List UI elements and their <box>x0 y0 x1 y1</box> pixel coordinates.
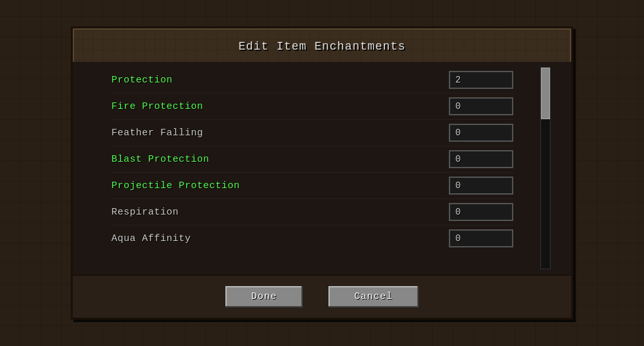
enchant-input-protection[interactable] <box>449 71 513 89</box>
enchant-label-feather-falling: Feather Falling <box>111 128 449 139</box>
enchant-input-projectile-protection[interactable] <box>449 177 513 195</box>
enchantment-row: Projectile Protection <box>111 173 513 199</box>
dialog-footer: Done Cancel <box>73 274 571 318</box>
enchantment-row: Aqua Affinity <box>111 226 513 251</box>
enchant-label-projectile-protection: Projectile Protection <box>111 180 449 191</box>
enchant-label-respiration: Respiration <box>111 207 449 218</box>
scrollbar-thumb[interactable] <box>541 68 550 119</box>
enchantment-row: Protection <box>111 67 513 93</box>
edit-enchantments-dialog: Edit Item Enchantments ProtectionFire Pr… <box>71 26 573 320</box>
dialog-title: Edit Item Enchantments <box>238 28 406 62</box>
enchant-input-aqua-affinity[interactable] <box>449 229 513 247</box>
enchant-input-blast-protection[interactable] <box>449 150 513 168</box>
enchantment-row: Fire Protection <box>111 93 513 120</box>
cancel-button[interactable]: Cancel <box>328 286 419 307</box>
done-button[interactable]: Done <box>225 286 303 307</box>
enchantment-row: Blast Protection <box>111 146 513 173</box>
scrollbar-track[interactable] <box>540 67 551 269</box>
enchant-input-feather-falling[interactable] <box>449 124 513 142</box>
enchant-label-blast-protection: Blast Protection <box>111 154 449 165</box>
enchantment-row: Feather Falling <box>111 120 513 146</box>
enchantment-row: Respiration <box>111 199 513 226</box>
enchant-label-fire-protection: Fire Protection <box>111 101 449 112</box>
enchant-label-protection: Protection <box>111 75 449 86</box>
dialog-content: ProtectionFire ProtectionFeather Falling… <box>73 62 571 274</box>
enchantment-list: ProtectionFire ProtectionFeather Falling… <box>111 67 533 251</box>
enchant-input-respiration[interactable] <box>449 203 513 221</box>
enchant-input-fire-protection[interactable] <box>449 97 513 115</box>
enchant-label-aqua-affinity: Aqua Affinity <box>111 233 449 244</box>
